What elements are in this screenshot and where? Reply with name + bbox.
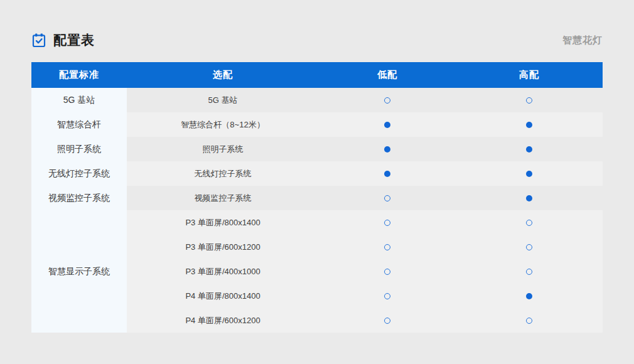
option-cell: 照明子系统	[127, 137, 319, 161]
page: 配置表 智慧花灯 配置标准 选配 低配 高配 5G 基站 智慧综合杆 照明子系统…	[0, 0, 634, 364]
high-config-marker	[526, 318, 532, 324]
config-table: 配置标准 选配 低配 高配 5G 基站 智慧综合杆 照明子系统 无线灯控子系统 …	[31, 62, 603, 333]
standard-column: 5G 基站 智慧综合杆 照明子系统 无线灯控子系统 视频监控子系统 智慧显示子系…	[31, 88, 127, 333]
table-header-row: 配置标准 选配 低配 高配	[31, 62, 603, 88]
option-cell: P3 单面屏/800x1400	[127, 210, 319, 235]
table-row: 无线灯控子系统	[127, 161, 603, 186]
column-header-option: 选配	[127, 62, 319, 88]
low-config-cell	[319, 161, 456, 186]
high-config-cell	[456, 161, 603, 186]
table-row: 5G 基站	[127, 88, 603, 112]
page-header: 配置表 智慧花灯	[31, 29, 603, 51]
high-config-marker	[526, 146, 532, 153]
column-header-low: 低配	[319, 62, 456, 88]
option-cell: P3 单面屏/400x1000	[127, 259, 319, 284]
low-config-marker	[384, 269, 390, 275]
high-config-cell	[456, 186, 603, 210]
high-config-cell	[456, 284, 603, 308]
table-row: P3 单面屏/800x1400	[127, 210, 603, 235]
standard-cell-5g: 5G 基站	[31, 88, 127, 112]
option-rows: 5G 基站 智慧综合杆（8~12米） 照明子系统 无线灯控子系统	[127, 88, 603, 333]
low-config-cell	[319, 235, 456, 259]
high-config-cell	[456, 259, 603, 284]
low-config-marker	[384, 293, 390, 299]
standard-cell-video: 视频监控子系统	[31, 186, 127, 210]
low-config-marker	[384, 171, 390, 177]
high-config-cell	[456, 235, 603, 259]
low-config-cell	[319, 210, 456, 235]
high-config-marker	[526, 97, 532, 104]
low-config-marker	[384, 220, 390, 226]
column-header-high: 高配	[456, 62, 603, 88]
table-row: 智慧综合杆（8~12米）	[127, 112, 603, 137]
low-config-marker	[384, 195, 390, 201]
high-config-marker	[526, 244, 532, 250]
standard-cell-lighting: 照明子系统	[31, 137, 127, 161]
high-config-marker	[526, 220, 532, 226]
low-config-cell	[319, 308, 456, 333]
high-config-cell	[456, 137, 603, 161]
low-config-marker	[384, 244, 390, 250]
table-row: P4 单面屏/600x1200	[127, 308, 603, 333]
table-row: P4 单面屏/800x1400	[127, 284, 603, 308]
low-config-marker	[384, 97, 390, 104]
high-config-cell	[456, 112, 603, 137]
option-cell: 智慧综合杆（8~12米）	[127, 112, 319, 137]
low-config-cell	[319, 88, 456, 112]
page-title-group: 配置表	[31, 31, 95, 49]
option-cell: P3 单面屏/600x1200	[127, 235, 319, 259]
low-config-cell	[319, 259, 456, 284]
low-config-cell	[319, 112, 456, 137]
option-cell: 5G 基站	[127, 88, 319, 112]
page-title: 配置表	[53, 31, 95, 49]
high-config-cell	[456, 210, 603, 235]
option-cell: 视频监控子系统	[127, 186, 319, 210]
product-label: 智慧花灯	[562, 35, 603, 46]
high-config-marker	[526, 171, 532, 177]
option-cell: P4 单面屏/800x1400	[127, 284, 319, 308]
low-config-cell	[319, 284, 456, 308]
high-config-marker	[526, 269, 532, 275]
table-row: P3 单面屏/400x1000	[127, 259, 603, 284]
low-config-marker	[384, 146, 390, 153]
table-row: P3 单面屏/600x1200	[127, 235, 603, 259]
high-config-cell	[456, 308, 603, 333]
standard-cell-pole: 智慧综合杆	[31, 112, 127, 137]
high-config-cell	[456, 88, 603, 112]
high-config-marker	[526, 195, 532, 201]
table-row: 视频监控子系统	[127, 186, 603, 210]
low-config-marker	[384, 318, 390, 324]
option-cell: P4 单面屏/600x1200	[127, 308, 319, 333]
table-body: 5G 基站 智慧综合杆 照明子系统 无线灯控子系统 视频监控子系统 智慧显示子系…	[31, 88, 603, 333]
standard-cell-wireless: 无线灯控子系统	[31, 161, 127, 186]
high-config-marker	[526, 122, 532, 128]
column-header-standard: 配置标准	[31, 62, 127, 88]
calendar-check-icon	[31, 33, 46, 48]
option-cell: 无线灯控子系统	[127, 161, 319, 186]
low-config-marker	[384, 122, 390, 128]
high-config-marker	[526, 293, 532, 299]
low-config-cell	[319, 137, 456, 161]
table-row: 照明子系统	[127, 137, 603, 161]
low-config-cell	[319, 186, 456, 210]
standard-cell-display: 智慧显示子系统	[31, 210, 127, 333]
